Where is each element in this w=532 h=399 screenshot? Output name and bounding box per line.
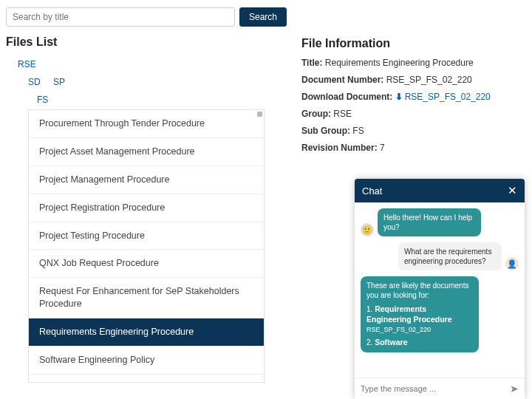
info-subgroup-label: Sub Group: <box>301 126 350 136</box>
search-input[interactable] <box>6 7 235 27</box>
close-icon[interactable]: ✕ <box>508 184 517 197</box>
chat-title: Chat <box>362 185 382 197</box>
info-subgroup-value: FS <box>352 126 364 136</box>
info-rev-value: 7 <box>380 143 385 153</box>
list-item[interactable]: Request For Enhancement for SeP Stakehol… <box>29 278 264 318</box>
tree-node-sd[interactable]: SD <box>28 77 41 87</box>
tree-node-rse[interactable]: RSE <box>6 56 272 74</box>
result-1-num: 1. <box>366 305 372 313</box>
info-group-value: RSE <box>333 109 352 119</box>
search-button[interactable]: Search <box>239 7 287 27</box>
files-list-heading: Files List <box>6 35 272 49</box>
list-item[interactable]: Software Engineering Policy <box>29 347 264 375</box>
download-link[interactable]: RSE_SP_FS_02_220 <box>405 92 491 102</box>
list-item[interactable]: Project Asset Management Procedure <box>29 138 264 166</box>
send-icon[interactable]: ➤ <box>510 383 519 395</box>
info-title-value: Requirements Engineering Procedure <box>325 58 474 68</box>
list-item[interactable]: Project Registration Procedure <box>29 194 264 222</box>
file-info-heading: File Information <box>301 37 516 50</box>
list-item[interactable]: QNX Job Request Procedure <box>29 250 264 278</box>
list-item[interactable]: Staff Induction Procedure <box>29 375 264 383</box>
info-download-label: Download Document: <box>301 92 392 102</box>
file-list: Procurement Through Tender ProcedureProj… <box>29 110 264 383</box>
result-2-num: 2. <box>366 338 372 347</box>
result-1-code: RSE_SP_FS_02_220 <box>366 326 473 335</box>
list-item[interactable]: Project Management Procedure <box>29 166 264 194</box>
scrollbar-indicator <box>257 112 262 117</box>
tree-node-sp[interactable]: SP <box>53 77 65 87</box>
info-rev-label: Revision Number: <box>301 143 378 153</box>
info-group-label: Group: <box>301 109 331 119</box>
list-item[interactable]: Requirements Engineering Procedure <box>29 318 264 347</box>
download-icon: ⬇ <box>395 92 403 102</box>
info-docnum-value: RSE_SP_FS_02_220 <box>386 75 472 85</box>
result-2-title[interactable]: Software <box>375 338 407 347</box>
user-avatar: 👤 <box>505 257 519 270</box>
chat-input[interactable] <box>361 384 510 393</box>
result-1-title[interactable]: Requirements Engineering Procedure <box>366 304 452 324</box>
chat-bot-greeting: Hello there! How can I help you? <box>378 208 481 236</box>
chat-bot-intro: These are likely the documents you are l… <box>366 281 473 300</box>
list-item[interactable]: Project Testing Procedure <box>29 222 264 250</box>
info-docnum-label: Document Number: <box>301 75 383 85</box>
bot-avatar: 🙂 <box>361 223 374 236</box>
tree-node-fs[interactable]: FS <box>6 92 272 109</box>
chat-user-message: What are the requirements engineering pr… <box>398 242 502 270</box>
chat-widget: Chat ✕ 🙂 Hello there! How can I help you… <box>355 179 525 399</box>
list-item[interactable]: Procurement Through Tender Procedure <box>29 110 264 138</box>
info-title-label: Title: <box>301 58 322 68</box>
